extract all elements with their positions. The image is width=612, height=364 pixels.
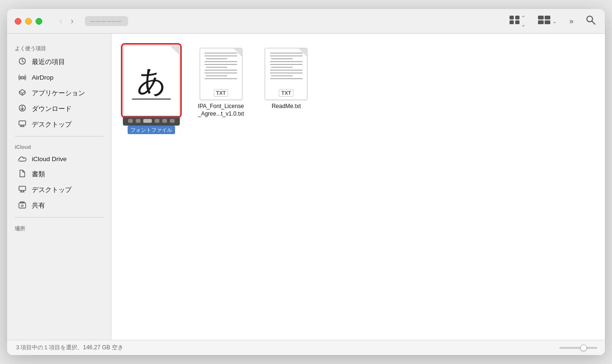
svg-rect-17 xyxy=(19,121,26,125)
svg-rect-2 xyxy=(510,20,514,24)
txt-line xyxy=(270,73,302,73)
statusbar-right xyxy=(559,347,597,349)
ql-dot-3 xyxy=(143,119,152,123)
icloud-icon xyxy=(18,155,27,163)
files-grid: あ フ xyxy=(123,45,593,328)
txt-line xyxy=(271,75,293,76)
forward-button[interactable]: › xyxy=(67,14,77,28)
txt-badge: TXT xyxy=(279,89,294,97)
font-preview: あ xyxy=(123,45,180,116)
readme-file-name: ReadMe.txt xyxy=(272,103,301,110)
file-item-ipa[interactable]: TXT IPA_Font_License_Agree...t_v1.0.txt xyxy=(195,45,247,120)
list-view-button[interactable]: ⌄ xyxy=(536,14,559,28)
svg-rect-4 xyxy=(538,16,544,19)
txt-line xyxy=(206,75,228,76)
sidebar-item-applications[interactable]: アプリケーション xyxy=(10,86,108,100)
sidebar-item-label: ダウンロード xyxy=(32,105,72,113)
sidebar-item-icloud-drive[interactable]: iCloud Drive xyxy=(10,152,108,166)
traffic-lights xyxy=(15,18,42,25)
ql-dot-2 xyxy=(136,119,140,123)
txt-line xyxy=(206,58,228,59)
maximize-button[interactable] xyxy=(36,18,42,25)
file-item-readme[interactable]: TXT ReadMe.txt xyxy=(262,45,310,113)
txt-line xyxy=(204,78,237,79)
finder-window: ‹ › ────── ⌃⌄ xyxy=(7,9,605,355)
svg-rect-3 xyxy=(515,20,519,24)
chevron-up-down-icon: ⌃⌄ xyxy=(521,15,526,28)
sidebar-item-airdrop[interactable]: AirDrop xyxy=(10,70,108,85)
font-char-display: あ xyxy=(137,66,167,96)
documents-icon xyxy=(18,170,27,179)
grid-icon xyxy=(510,16,520,27)
txt-line xyxy=(270,64,302,65)
txt-line xyxy=(204,53,237,54)
sidebar-item-shared[interactable]: 共有 xyxy=(10,198,108,213)
icon-size-slider[interactable] xyxy=(559,347,597,349)
shared-icon xyxy=(18,201,27,210)
icloud-desktop-icon xyxy=(18,185,27,194)
icloud-section-label: iCloud xyxy=(7,140,111,152)
favorites-section-label: よく使う項目 xyxy=(7,41,111,54)
txt-line xyxy=(270,70,302,71)
close-button[interactable] xyxy=(15,18,21,25)
grid-view-button[interactable]: ⌃⌄ xyxy=(508,13,528,30)
sidebar-item-label: iCloud Drive xyxy=(32,155,67,163)
quicklook-bar[interactable] xyxy=(123,116,180,126)
svg-line-13 xyxy=(22,91,25,93)
applications-icon xyxy=(18,89,27,98)
font-icon: あ xyxy=(123,45,180,121)
chevron-down-icon: ⌄ xyxy=(552,18,557,25)
path-bar: ────── xyxy=(85,16,128,26)
sidebar-item-icloud-desktop[interactable]: デスクトップ xyxy=(10,182,108,197)
main-area: よく使う項目 最近の項目 xyxy=(7,34,605,340)
txt-line xyxy=(270,61,302,62)
locations-section-label: 場所 xyxy=(7,221,111,234)
sidebar-item-downloads[interactable]: ダウンロード xyxy=(10,101,108,116)
table-icon xyxy=(538,16,551,27)
txt-line xyxy=(270,55,302,56)
sidebar: よく使う項目 最近の項目 xyxy=(7,34,111,340)
nav-buttons: ‹ › xyxy=(56,14,77,28)
txt-line xyxy=(204,55,237,56)
txt-line xyxy=(271,67,293,68)
statusbar: ３項目中の１項目を選択、146.27 GB 空き xyxy=(7,340,605,355)
file-item-font[interactable]: あ フ xyxy=(123,45,180,134)
sidebar-item-recent[interactable]: 最近の項目 xyxy=(10,55,108,69)
ql-dot-6 xyxy=(170,119,175,123)
txt-line xyxy=(271,58,293,59)
recent-icon xyxy=(18,57,27,66)
sidebar-item-label: 共有 xyxy=(32,201,45,210)
txt-line xyxy=(206,67,228,68)
ipa-file-name: IPA_Font_License_Agree...t_v1.0.txt xyxy=(198,103,244,118)
sidebar-item-desktop[interactable]: デスクトップ xyxy=(10,117,108,132)
status-text: ３項目中の１項目を選択、146.27 GB 空き xyxy=(15,344,123,352)
back-button[interactable]: ‹ xyxy=(56,14,66,28)
toolbar-right: ⌃⌄ ⌄ » xyxy=(508,13,597,30)
svg-line-12 xyxy=(19,91,22,93)
svg-line-9 xyxy=(592,21,595,24)
search-button[interactable] xyxy=(584,13,597,29)
sidebar-divider-2 xyxy=(15,217,103,218)
airdrop-icon xyxy=(18,73,27,82)
sidebar-item-documents[interactable]: 書類 xyxy=(10,167,108,182)
sidebar-item-label: 書類 xyxy=(32,170,45,179)
font-lines xyxy=(132,99,170,100)
minimize-button[interactable] xyxy=(25,18,32,25)
titlebar: ‹ › ────── ⌃⌄ xyxy=(7,9,605,34)
ipa-txt-icon: TXT xyxy=(200,48,242,100)
ql-dot-5 xyxy=(162,119,167,123)
sidebar-item-label: デスクトップ xyxy=(32,186,72,194)
ql-dot-1 xyxy=(128,119,133,123)
slider-thumb xyxy=(580,345,587,351)
search-icon xyxy=(586,15,595,27)
downloads-icon xyxy=(18,104,27,113)
more-actions-button[interactable]: » xyxy=(567,15,575,27)
ql-dot-4 xyxy=(155,119,159,123)
desktop-icon xyxy=(18,120,27,129)
svg-rect-1 xyxy=(515,16,519,19)
more-icon: » xyxy=(569,17,574,26)
txt-line xyxy=(204,64,237,65)
file-area: あ フ xyxy=(111,34,605,340)
svg-rect-7 xyxy=(545,20,550,24)
svg-point-11 xyxy=(21,77,24,79)
